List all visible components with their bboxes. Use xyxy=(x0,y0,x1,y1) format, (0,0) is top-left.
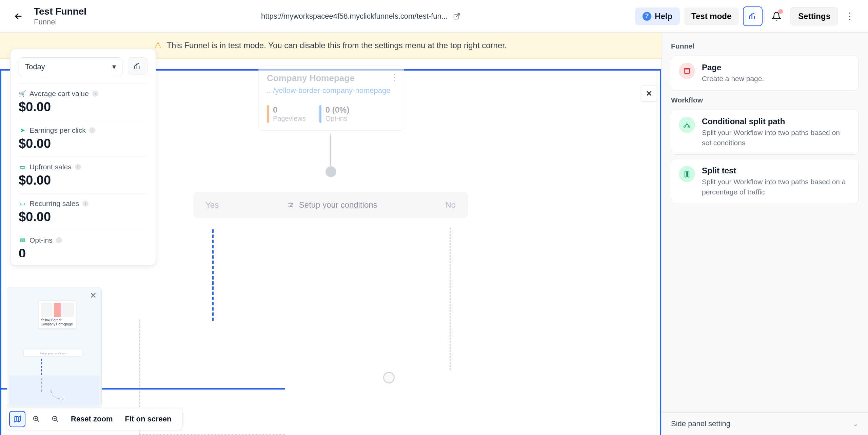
stat-value: $0.00 xyxy=(19,210,147,224)
card-desc: Create a new page. xyxy=(702,74,764,83)
stat-label: Average cart value xyxy=(29,90,89,98)
chart-icon xyxy=(133,62,142,71)
stat-bar-blue xyxy=(319,105,321,123)
zoom-in-icon xyxy=(33,415,40,423)
optins-value: 0 (0%) xyxy=(326,105,350,115)
info-icon[interactable]: i xyxy=(89,127,95,133)
test-mode-button[interactable]: Test mode xyxy=(684,7,739,25)
stat-row-optins: ✉Opt-insi 0 xyxy=(19,230,147,257)
url-display: https://myworkspacee4f58.myclickfunnels.… xyxy=(95,12,627,21)
zoom-in-button[interactable] xyxy=(28,411,44,427)
page-card-stats: 0 Pageviews 0 (0%) Opt-ins xyxy=(267,105,396,123)
notifications-button[interactable] xyxy=(767,6,786,26)
stat-bar-orange xyxy=(267,105,269,123)
settings-button[interactable]: Settings xyxy=(790,7,838,25)
workflow-canvas[interactable]: ⚠ This Funnel is in test mode. You can d… xyxy=(0,33,661,435)
stats-panel: Today ▾ 🛒Average cart valuei $0.00 ➤Earn… xyxy=(10,49,156,265)
svg-rect-9 xyxy=(688,171,689,177)
close-panel-button[interactable]: ✕ xyxy=(641,86,657,102)
external-link-icon[interactable] xyxy=(453,13,460,20)
minimap-page-card: Yellow Border Company Homepage xyxy=(38,300,76,329)
panel-heading-workflow: Workflow xyxy=(671,96,859,104)
stat-value: $0.00 xyxy=(19,173,147,188)
zoom-out-button[interactable] xyxy=(47,411,63,427)
minimap-path-extra xyxy=(41,378,42,392)
date-range-select[interactable]: Today ▾ xyxy=(19,57,122,76)
card-title: Page xyxy=(702,63,764,72)
stat-value: $0.00 xyxy=(19,100,147,114)
banner-message: This Funnel is in test mode. You can dis… xyxy=(166,41,507,50)
analytics-toggle-button[interactable] xyxy=(743,6,763,26)
page-icon xyxy=(679,63,695,79)
svg-point-2 xyxy=(290,206,292,207)
info-icon[interactable]: i xyxy=(56,237,62,243)
add-split-test-card[interactable]: Split test Split your Workflow into two … xyxy=(671,159,859,204)
cursor-icon: ➤ xyxy=(19,127,26,134)
page-title: Test Funnel xyxy=(34,6,86,17)
more-menu-button[interactable]: ⋮ xyxy=(842,8,857,24)
condition-setup-label: Setup your conditions xyxy=(299,200,377,210)
side-panel-setting-toggle[interactable]: Side panel setting ⌄ xyxy=(662,412,868,435)
optins-label: Opt-ins xyxy=(326,115,350,122)
funnel-page-card[interactable]: Company Homepage .../yellow-border-compa… xyxy=(258,66,404,131)
connector-line xyxy=(330,134,331,166)
money-icon: ▭ xyxy=(19,163,26,171)
question-icon: ? xyxy=(643,12,651,21)
path-no-line xyxy=(450,228,451,370)
conditions-step[interactable]: Yes Setup your conditions No xyxy=(193,192,468,218)
minimap-close-button[interactable]: ✕ xyxy=(90,291,97,300)
map-icon xyxy=(13,415,21,423)
svg-rect-5 xyxy=(684,69,690,73)
split-icon xyxy=(679,117,695,133)
reset-zoom-button[interactable]: Reset zoom xyxy=(66,415,117,423)
mail-icon: ✉ xyxy=(19,237,26,244)
chevron-down-icon: ⌄ xyxy=(852,419,859,428)
stat-row-epc: ➤Earnings per clicki $0.00 xyxy=(19,120,147,156)
page-card-menu[interactable]: ⋮ xyxy=(390,72,399,83)
pageviews-value: 0 xyxy=(273,105,306,115)
path-yes-line xyxy=(212,229,214,321)
stat-label: Earnings per click xyxy=(29,126,86,134)
path-node[interactable] xyxy=(383,372,395,383)
page-title-block: Test Funnel Funnel xyxy=(34,6,86,26)
caret-down-icon: ▾ xyxy=(112,62,116,71)
side-panel-setting-label: Side panel setting xyxy=(671,419,730,428)
add-conditional-split-card[interactable]: Conditional split path Split your Workfl… xyxy=(671,110,859,155)
test-tube-icon xyxy=(679,166,695,182)
card-title: Conditional split path xyxy=(702,117,851,126)
condition-no-label: No xyxy=(445,200,456,210)
svg-point-6 xyxy=(684,126,685,127)
info-icon[interactable]: i xyxy=(75,164,81,170)
page-subtitle: Funnel xyxy=(34,18,86,26)
info-icon[interactable]: i xyxy=(82,201,88,207)
warning-icon: ⚠ xyxy=(154,41,162,50)
minimap-card-text: Yellow Border Company Homepage xyxy=(41,318,74,326)
card-title: Split test xyxy=(702,166,851,175)
back-button[interactable] xyxy=(11,9,26,24)
condition-setup[interactable]: Setup your conditions xyxy=(287,200,377,210)
help-label: Help xyxy=(655,12,672,21)
right-side-panel: Funnel Page Create a new page. Workflow … xyxy=(661,33,868,435)
app-header: Test Funnel Funnel https://myworkspacee4… xyxy=(0,0,868,33)
svg-rect-8 xyxy=(685,171,686,177)
bottom-toolbar: Reset zoom Fit on screen xyxy=(6,408,182,430)
stat-optins: 0 (0%) Opt-ins xyxy=(319,105,350,123)
info-icon[interactable]: i xyxy=(92,91,98,97)
arrow-left-icon xyxy=(14,12,23,21)
svg-point-7 xyxy=(689,126,690,127)
stats-chart-button[interactable] xyxy=(128,57,147,75)
url-text: https://myworkspacee4f58.myclickfunnels.… xyxy=(261,12,448,21)
panel-heading-funnel: Funnel xyxy=(671,42,859,50)
help-button[interactable]: ? Help xyxy=(635,7,680,25)
header-actions: ? Help Test mode Settings ⋮ xyxy=(635,6,857,26)
card-desc: Split your Workflow into two paths based… xyxy=(702,177,851,197)
fit-screen-button[interactable]: Fit on screen xyxy=(120,415,176,423)
minimap[interactable]: ✕ Yellow Border Company Homepage Setup y… xyxy=(7,287,102,409)
stat-row-avg-cart: 🛒Average cart valuei $0.00 xyxy=(19,83,147,120)
minimap-toggle-button[interactable] xyxy=(9,411,25,427)
stat-row-recurring: ▭Recurring salesi $0.00 xyxy=(19,193,147,230)
pageviews-label: Pageviews xyxy=(273,115,306,122)
add-page-card[interactable]: Page Create a new page. xyxy=(671,56,859,91)
connector-node[interactable] xyxy=(326,166,336,177)
cart-icon: 🛒 xyxy=(19,90,26,97)
